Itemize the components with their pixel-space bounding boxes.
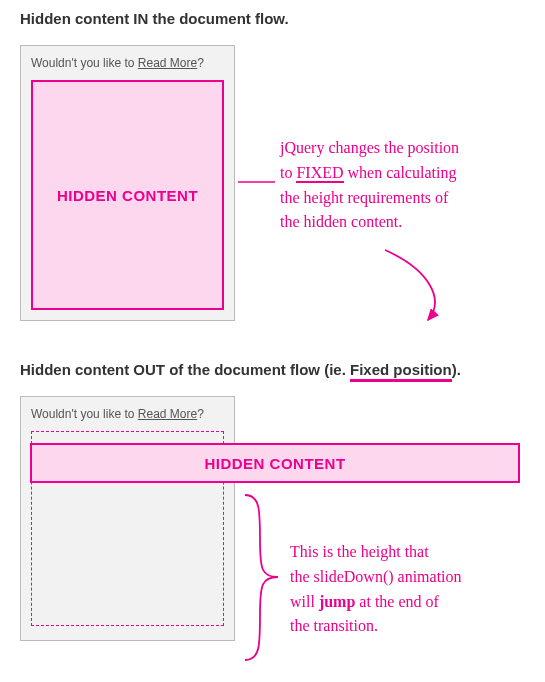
annotation-note-2: This is the height that the slideDown() … (290, 540, 525, 639)
prompt-pre: Wouldn't you like to (31, 56, 138, 70)
hidden-content-fixed: HIDDEN CONTENT (30, 443, 520, 483)
section2-heading-pre: Hidden content (20, 361, 133, 378)
note1-l2-em: FIXED (296, 164, 343, 183)
panel-in-flow: Wouldn't you like to Read More? HIDDEN C… (20, 45, 235, 321)
section1-heading-em: IN (133, 10, 148, 27)
note2-l3-post: at the end of (355, 593, 439, 610)
hidden-content-label-1: HIDDEN CONTENT (57, 187, 198, 204)
prompt-text-2: Wouldn't you like to Read More? (31, 407, 224, 421)
note1-line4: the hidden content. (280, 210, 520, 235)
note2-l3-em: jump (319, 593, 355, 610)
prompt-post: ? (197, 56, 204, 70)
section2-heading-em: OUT (133, 361, 165, 378)
section2-heading-mid: of the document flow (ie. (165, 361, 350, 378)
note1-line2: to FIXED when calculating (280, 161, 520, 186)
prompt-text-1: Wouldn't you like to Read More? (31, 56, 224, 70)
note1-line1: jQuery changes the position (280, 136, 520, 161)
curved-arrow-icon (385, 250, 435, 320)
note1-l2-post: when calculating (344, 164, 457, 181)
note2-l3-pre: will (290, 593, 319, 610)
annotation-note-1: jQuery changes the position to FIXED whe… (280, 136, 520, 235)
note1-l2-pre: to (280, 164, 296, 181)
curly-brace-icon (245, 495, 278, 660)
section1-heading: Hidden content IN the document flow. (20, 10, 525, 27)
note2-line3: will jump at the end of (290, 590, 525, 615)
note2-line4: the transition. (290, 614, 525, 639)
note2-line1: This is the height that (290, 540, 525, 565)
read-more-link[interactable]: Read More (138, 56, 197, 70)
note1-line3: the height requirements of (280, 186, 520, 211)
section2-heading-post: ). (452, 361, 461, 378)
hidden-content-label-2: HIDDEN CONTENT (204, 455, 345, 472)
note2-line2: the slideDown() animation (290, 565, 525, 590)
hidden-content-in-flow: HIDDEN CONTENT (31, 80, 224, 310)
section2-heading-underlined-text: Fixed position (350, 361, 452, 378)
section1-heading-pre: Hidden content (20, 10, 133, 27)
section1-heading-post: the document flow. (148, 10, 288, 27)
panel-out-of-flow: Wouldn't you like to Read More? (20, 396, 235, 641)
read-more-link-2[interactable]: Read More (138, 407, 197, 421)
prompt-pre-2: Wouldn't you like to (31, 407, 138, 421)
section2-heading-underlined: Fixed position (350, 361, 452, 382)
prompt-post-2: ? (197, 407, 204, 421)
section2-heading: Hidden content OUT of the document flow … (20, 361, 525, 378)
